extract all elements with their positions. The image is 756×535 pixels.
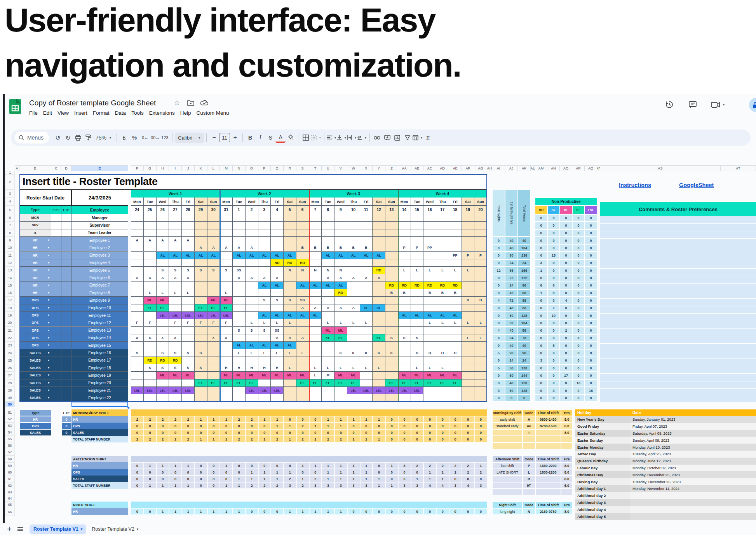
roster-cell[interactable]: [385, 327, 398, 334]
roster-cell[interactable]: A: [182, 274, 195, 281]
row-header-5[interactable]: 5: [5, 206, 15, 214]
employee-name-cell[interactable]: Employee 18: [71, 364, 128, 372]
column-header-O[interactable]: O: [246, 165, 258, 171]
roster-cell[interactable]: A: [246, 274, 258, 281]
roster-cell[interactable]: EL: [449, 379, 462, 387]
roster-cell[interactable]: X: [131, 334, 144, 342]
roster-cell[interactable]: [474, 274, 487, 281]
roster-cell[interactable]: [474, 259, 487, 267]
roster-cell[interactable]: AL: [360, 304, 373, 312]
roster-cell[interactable]: ML: [398, 372, 411, 379]
roster-cell[interactable]: [207, 259, 220, 267]
column-header-B[interactable]: B: [19, 165, 51, 171]
roster-cell[interactable]: L: [411, 364, 424, 372]
column-header-Z[interactable]: Z: [385, 165, 398, 171]
fte-cell[interactable]: [61, 222, 71, 229]
roster-cell[interactable]: ML: [258, 372, 271, 379]
roster-cell[interactable]: [233, 229, 246, 237]
roster-cell[interactable]: [398, 327, 411, 334]
roster-cell[interactable]: [449, 237, 462, 244]
roster-cell[interactable]: [423, 327, 436, 334]
type-cell[interactable]: SALES▾: [19, 357, 51, 364]
roster-cell[interactable]: F: [169, 319, 182, 327]
roster-cell[interactable]: [398, 394, 411, 402]
roster-cell[interactable]: AL: [373, 304, 385, 312]
roster-cell[interactable]: [322, 357, 334, 364]
roster-cell[interactable]: S: [398, 334, 411, 342]
roster-cell[interactable]: B: [322, 244, 334, 252]
roster-cell[interactable]: [233, 394, 246, 402]
roster-cell[interactable]: [334, 387, 347, 394]
row-header-13[interactable]: 13: [5, 267, 15, 274]
roster-cell[interactable]: X: [207, 334, 220, 342]
row-header-19[interactable]: 19: [5, 312, 15, 319]
roster-cell[interactable]: B: [474, 297, 487, 304]
roster-cell[interactable]: [347, 214, 360, 222]
employee-name-cell[interactable]: Employee 4: [71, 259, 128, 267]
roster-cell[interactable]: [182, 259, 195, 267]
roster-cell[interactable]: [334, 214, 347, 222]
type-dropdown-icon[interactable]: ▾: [48, 239, 49, 242]
roster-cell[interactable]: [195, 327, 207, 334]
roster-cell[interactable]: S: [169, 349, 182, 357]
roster-cell[interactable]: [347, 229, 360, 237]
roster-cell[interactable]: AL: [334, 282, 347, 289]
roster-cell[interactable]: AL: [271, 252, 284, 259]
type-dropdown-icon[interactable]: ▾: [48, 321, 49, 324]
roster-cell[interactable]: [360, 282, 373, 289]
roster-cell[interactable]: [373, 394, 385, 402]
roster-cell[interactable]: F: [474, 334, 487, 342]
ptft-cell[interactable]: [51, 297, 61, 304]
ptft-cell[interactable]: [51, 222, 61, 229]
roster-cell[interactable]: [144, 222, 157, 229]
roster-cell[interactable]: [334, 394, 347, 402]
row-header-24[interactable]: 24: [5, 349, 15, 357]
roster-cell[interactable]: RD: [169, 357, 182, 364]
column-header-AC[interactable]: AC: [423, 165, 436, 171]
column-header-AK[interactable]: AK: [518, 165, 531, 171]
type-cell[interactable]: SALES▾: [19, 364, 51, 372]
roster-cell[interactable]: [347, 342, 360, 349]
type-cell[interactable]: OPS▾: [19, 304, 51, 312]
roster-cell[interactable]: [296, 364, 309, 372]
roster-cell[interactable]: RD: [296, 259, 309, 267]
roster-cell[interactable]: [411, 297, 424, 304]
row-header-9[interactable]: 9: [5, 237, 15, 244]
roster-cell[interactable]: AL: [296, 282, 309, 289]
roster-cell[interactable]: [322, 387, 334, 394]
roster-cell[interactable]: AL: [207, 252, 220, 259]
roster-cell[interactable]: [157, 394, 169, 402]
column-header-AP[interactable]: AP: [572, 165, 585, 171]
roster-cell[interactable]: [360, 229, 373, 237]
roster-cell[interactable]: AL: [157, 252, 169, 259]
roster-cell[interactable]: [182, 357, 195, 364]
column-header-K[interactable]: K: [195, 165, 207, 171]
roster-cell[interactable]: [347, 312, 360, 319]
roster-cell[interactable]: K: [385, 349, 398, 357]
roster-cell[interactable]: [360, 372, 373, 379]
row-header-14[interactable]: 14: [5, 274, 15, 281]
roster-cell[interactable]: [474, 394, 487, 402]
roster-cell[interactable]: [157, 282, 169, 289]
roster-start-date-value[interactable]: 24/3/2025: [71, 190, 128, 206]
roster-cell[interactable]: [373, 342, 385, 349]
roster-cell[interactable]: [411, 229, 424, 237]
roster-cell[interactable]: [398, 342, 411, 349]
roster-cell[interactable]: [334, 312, 347, 319]
roster-cell[interactable]: [322, 214, 334, 222]
roster-cell[interactable]: [309, 259, 322, 267]
roster-cell[interactable]: RD: [411, 282, 424, 289]
roster-cell[interactable]: ML: [169, 372, 182, 379]
type-dropdown-icon[interactable]: ▾: [48, 359, 49, 362]
row-header-15[interactable]: 15: [5, 282, 15, 289]
roster-cell[interactable]: [246, 357, 258, 364]
sheet-tab-roster-template-v1[interactable]: Roster Template V1▾: [30, 525, 86, 534]
roster-cell[interactable]: [284, 282, 296, 289]
roster-cell[interactable]: ML: [347, 372, 360, 379]
column-header-AA[interactable]: AA: [398, 165, 411, 171]
roster-cell[interactable]: L: [309, 372, 322, 379]
roster-cell[interactable]: F: [131, 319, 144, 327]
roster-cell[interactable]: [296, 214, 309, 222]
type-dropdown-icon[interactable]: ▾: [48, 254, 49, 257]
roster-cell[interactable]: LSL: [220, 312, 233, 319]
